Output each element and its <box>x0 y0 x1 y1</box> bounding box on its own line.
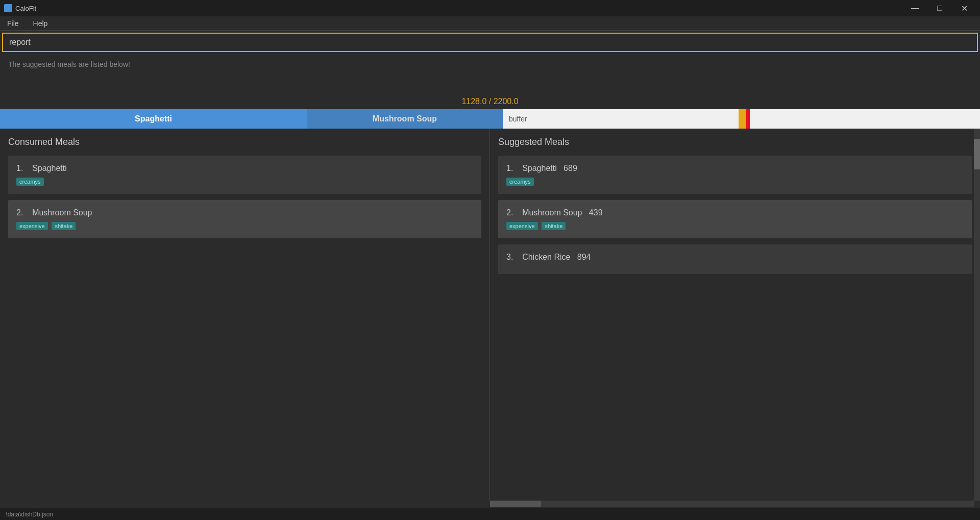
suggested-meal-1-calories: 689 <box>564 164 577 172</box>
consumed-meal-1: 1. Spaghetti creamys <box>8 156 481 194</box>
consumed-meal-2-name: Mushroom Soup <box>32 208 92 217</box>
consumed-meal-2-number: 2. <box>16 208 23 217</box>
menu-bar: File Help <box>0 16 980 31</box>
h-scrollbar-thumb[interactable] <box>490 501 541 507</box>
progress-mushroom: Mushroom Soup <box>307 109 503 129</box>
consumed-meal-2-title: 2. Mushroom Soup <box>16 208 473 217</box>
progress-spaghetti: Spaghetti <box>0 109 307 129</box>
suggested-meal-2: 2. Mushroom Soup 439 expensive shitake <box>498 200 972 238</box>
suggested-meal-1-title: 1. Spaghetti 689 <box>506 164 964 173</box>
progress-label: 1128.0 / 2200.0 <box>0 95 980 108</box>
window-controls: — □ ✕ <box>903 0 976 16</box>
consumed-panel: Consumed Meals 1. Spaghetti creamys 2. M… <box>0 129 490 501</box>
suggested-meal-2-title: 2. Mushroom Soup 439 <box>506 208 964 217</box>
progress-yellow <box>739 109 746 129</box>
consumed-meal-1-number: 1. <box>16 164 23 172</box>
progress-buffer: buffer <box>503 109 739 129</box>
suggested-meal-3: 3. Chicken Rice 894 <box>498 244 972 274</box>
suggested-meal-3-name: Chicken Rice <box>522 253 570 261</box>
suggested-meal-1-tag-0: creamys <box>506 178 534 186</box>
consumed-meal-1-tag-0: creamys <box>16 178 44 186</box>
maximize-button[interactable]: □ <box>928 0 951 16</box>
progress-end <box>750 109 980 129</box>
suggested-meal-3-title: 3. Chicken Rice 894 <box>506 253 964 262</box>
menu-help[interactable]: Help <box>30 18 51 29</box>
consumed-meal-2: 2. Mushroom Soup expensive shitake <box>8 200 481 238</box>
consumed-meal-2-tag-0: expensive <box>16 222 48 230</box>
scrollbar-track[interactable] <box>974 129 980 501</box>
suggested-panel: Suggested Meals 1. Spaghetti 689 creamys… <box>490 129 980 501</box>
progress-bar: Spaghetti Mushroom Soup buffer <box>0 109 980 129</box>
suggested-meal-2-name: Mushroom Soup <box>522 208 582 217</box>
status-bar: .\data\dishDb.json <box>0 508 980 520</box>
menu-file[interactable]: File <box>4 18 22 29</box>
command-input[interactable] <box>9 38 971 47</box>
suggested-title: Suggested Meals <box>498 137 972 147</box>
suggestion-text-area: The suggested meals are listed below! <box>0 54 980 95</box>
consumed-meal-1-name: Spaghetti <box>32 164 67 172</box>
suggested-meal-1-number: 1. <box>506 164 513 172</box>
suggestion-text: The suggested meals are listed below! <box>8 60 130 68</box>
main-content: Consumed Meals 1. Spaghetti creamys 2. M… <box>0 129 980 501</box>
progress-spaghetti-label: Spaghetti <box>135 114 172 123</box>
title-bar: CaloFit — □ ✕ <box>0 0 980 16</box>
progress-red <box>746 109 750 129</box>
close-button[interactable]: ✕ <box>952 0 976 16</box>
consumed-title: Consumed Meals <box>8 137 481 147</box>
progress-area: 1128.0 / 2200.0 Spaghetti Mushroom Soup … <box>0 95 980 129</box>
status-path: .\data\dishDb.json <box>4 511 53 518</box>
progress-mushroom-label: Mushroom Soup <box>373 114 437 123</box>
suggested-meal-3-number: 3. <box>506 253 513 261</box>
command-area <box>2 33 978 52</box>
app-title: CaloFit <box>15 5 36 12</box>
suggested-meal-3-calories: 894 <box>577 253 591 261</box>
minimize-button[interactable]: — <box>903 0 927 16</box>
suggested-meal-1: 1. Spaghetti 689 creamys <box>498 156 972 194</box>
app-logo <box>4 4 12 12</box>
scrollbar-thumb[interactable] <box>974 139 980 169</box>
consumed-meal-1-title: 1. Spaghetti <box>16 164 473 173</box>
app-title-area: CaloFit <box>4 4 36 12</box>
suggested-meal-2-tag-0: expensive <box>506 222 538 230</box>
consumed-meal-2-tag-1: shitake <box>52 222 76 230</box>
progress-buffer-label: buffer <box>509 115 527 123</box>
suggested-meal-2-number: 2. <box>506 208 513 217</box>
suggested-meal-1-name: Spaghetti <box>522 164 557 172</box>
suggested-meal-2-calories: 439 <box>589 208 603 217</box>
suggested-meal-2-tag-1: shitake <box>542 222 566 230</box>
